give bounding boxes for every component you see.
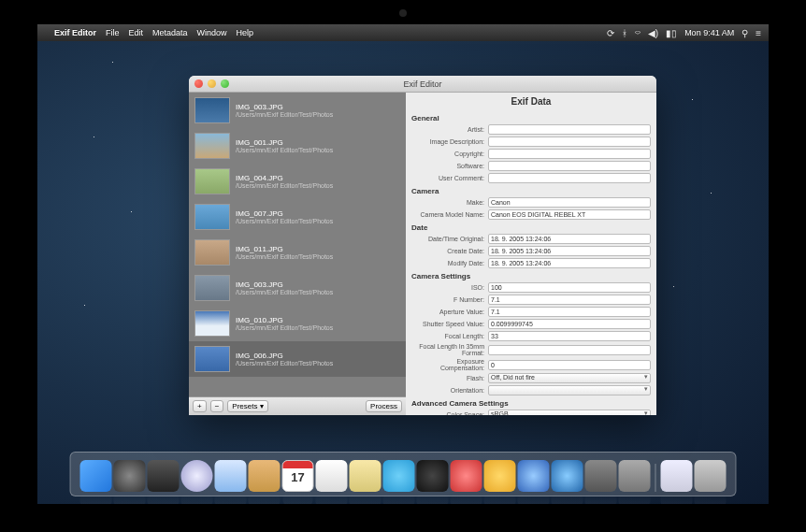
file-name: IMG_003.JPG xyxy=(236,103,333,111)
input-make[interactable] xyxy=(488,197,651,208)
exif-body[interactable]: GeneralArtist:Image Description:Copyrigh… xyxy=(406,110,656,415)
menu-metadata[interactable]: Metadata xyxy=(152,28,188,37)
dock-notes[interactable] xyxy=(350,460,381,492)
file-path: /Users/mn/Exif Editor/Test/Photos xyxy=(236,253,333,260)
add-file-button[interactable]: + xyxy=(193,400,207,412)
file-name: IMG_006.JPG xyxy=(236,352,333,360)
input-image_description[interactable] xyxy=(488,137,651,147)
select-orientation[interactable] xyxy=(488,385,651,395)
input-focal_length_35mm[interactable] xyxy=(488,345,651,355)
dock-iphoto[interactable] xyxy=(484,460,516,492)
label-focal_length: Focal Length: xyxy=(411,333,484,339)
minimize-button[interactable] xyxy=(208,79,216,88)
spotlight-icon[interactable]: ⚲ xyxy=(741,28,748,38)
file-name: IMG_001.JPG xyxy=(236,138,333,147)
dock-system-preferences[interactable] xyxy=(619,460,651,492)
battery-icon[interactable]: ▮▯ xyxy=(666,28,677,38)
file-path: /Users/mn/Exif Editor/Test/Photos xyxy=(236,289,333,295)
input-date_time_original[interactable] xyxy=(488,234,651,244)
dock-photobooth[interactable] xyxy=(451,460,482,492)
dock-reminders[interactable] xyxy=(316,460,348,492)
wifi-icon[interactable]: ⌔ xyxy=(635,28,640,38)
file-item[interactable]: IMG_003.JPG/Users/mn/Exif Editor/Test/Ph… xyxy=(189,270,406,306)
dock-documents[interactable] xyxy=(661,460,693,492)
label-camera_model_name: Camera Model Name: xyxy=(411,211,484,218)
dock-safari[interactable] xyxy=(181,460,213,492)
dock-appstore[interactable] xyxy=(552,460,583,492)
dock-iwork[interactable] xyxy=(585,460,617,492)
label-aperture_value: Aperture Value: xyxy=(411,309,484,315)
file-list[interactable]: IMG_003.JPG/Users/mn/Exif Editor/Test/Ph… xyxy=(189,93,406,396)
select-color_space[interactable]: sRGB xyxy=(488,410,651,415)
input-focal_length[interactable] xyxy=(488,331,651,341)
label-software: Software: xyxy=(411,163,484,169)
file-item[interactable]: IMG_006.JPG/Users/mn/Exif Editor/Test/Ph… xyxy=(189,341,406,377)
menu-help[interactable]: Help xyxy=(237,28,254,37)
menu-window[interactable]: Window xyxy=(197,28,227,37)
file-name: IMG_007.JPG xyxy=(236,209,333,218)
file-item[interactable]: IMG_004.JPG/Users/mn/Exif Editor/Test/Ph… xyxy=(189,164,406,199)
dock-finder[interactable] xyxy=(80,460,112,492)
input-aperture_value[interactable] xyxy=(488,307,651,317)
input-shutter_speed_value[interactable] xyxy=(488,319,651,329)
label-color_space: Color Space: xyxy=(411,411,484,415)
bluetooth-icon[interactable]: ᚼ xyxy=(622,28,627,38)
file-thumbnail xyxy=(194,275,230,301)
menu-edit[interactable]: Edit xyxy=(129,28,144,37)
app-menu[interactable]: Exif Editor xyxy=(54,28,96,37)
file-thumbnail xyxy=(194,204,230,230)
input-software[interactable] xyxy=(488,161,651,171)
file-item[interactable]: IMG_010.JPG/Users/mn/Exif Editor/Test/Ph… xyxy=(189,306,406,341)
remove-file-button[interactable]: − xyxy=(210,400,224,412)
volume-icon[interactable]: ◀) xyxy=(648,28,658,38)
file-sidebar: IMG_003.JPG/Users/mn/Exif Editor/Test/Ph… xyxy=(189,93,406,415)
file-item[interactable]: IMG_003.JPG/Users/mn/Exif Editor/Test/Ph… xyxy=(189,93,406,128)
input-artist[interactable] xyxy=(488,124,651,135)
zoom-button[interactable] xyxy=(221,79,229,88)
file-item[interactable]: IMG_001.JPG/Users/mn/Exif Editor/Test/Ph… xyxy=(189,128,406,164)
file-item[interactable]: IMG_007.JPG/Users/mn/Exif Editor/Test/Ph… xyxy=(189,199,406,235)
label-flash: Flash: xyxy=(411,375,484,381)
label-make: Make: xyxy=(411,199,484,206)
close-button[interactable] xyxy=(194,79,203,88)
dock-messages[interactable] xyxy=(383,460,415,492)
label-user_comment: User Comment: xyxy=(411,175,484,181)
file-path: /Users/mn/Exif Editor/Test/Photos xyxy=(236,218,333,224)
select-flash[interactable]: Off, Did not fire xyxy=(488,373,651,383)
dock-mail[interactable] xyxy=(215,460,247,492)
process-button[interactable]: Process xyxy=(366,400,402,412)
dock-mission-control[interactable] xyxy=(148,460,180,492)
dock-calendar[interactable] xyxy=(282,460,314,492)
titlebar[interactable]: Exif Editor xyxy=(189,76,656,93)
input-copyright[interactable] xyxy=(488,149,651,159)
file-item[interactable]: IMG_011.JPG/Users/mn/Exif Editor/Test/Ph… xyxy=(189,235,406,270)
window-title: Exif Editor xyxy=(403,79,441,89)
input-iso[interactable] xyxy=(488,282,651,293)
dock xyxy=(70,452,737,496)
dock-facetime[interactable] xyxy=(417,460,449,492)
file-name: IMG_011.JPG xyxy=(236,245,333,253)
input-exposure_compensation[interactable] xyxy=(488,360,651,370)
label-create_date: Create Date: xyxy=(411,248,484,254)
input-camera_model_name[interactable] xyxy=(488,209,651,220)
label-copyright: Copyright: xyxy=(411,151,484,157)
notification-center-icon[interactable]: ≡ xyxy=(756,28,761,38)
menubar: Exif Editor File Edit Metadata Window He… xyxy=(37,24,769,41)
input-f_number[interactable] xyxy=(488,295,651,305)
presets-button[interactable]: Presets ▾ xyxy=(227,400,267,412)
dock-trash[interactable] xyxy=(695,460,727,492)
dock-itunes[interactable] xyxy=(518,460,550,492)
dock-separator xyxy=(655,464,656,492)
file-thumbnail xyxy=(194,239,230,266)
menu-file[interactable]: File xyxy=(106,28,120,37)
clock[interactable]: Mon 9:41 AM xyxy=(684,28,734,37)
input-modify_date[interactable] xyxy=(488,258,651,268)
input-create_date[interactable] xyxy=(488,246,651,256)
sync-icon[interactable]: ⟳ xyxy=(607,28,614,38)
label-artist: Artist: xyxy=(411,126,484,133)
input-user_comment[interactable] xyxy=(488,173,651,183)
dock-contacts[interactable] xyxy=(249,460,281,492)
dock-launchpad[interactable] xyxy=(114,460,146,492)
file-name: IMG_003.JPG xyxy=(236,280,333,289)
exif-panel: Exif Data GeneralArtist:Image Descriptio… xyxy=(406,93,656,415)
